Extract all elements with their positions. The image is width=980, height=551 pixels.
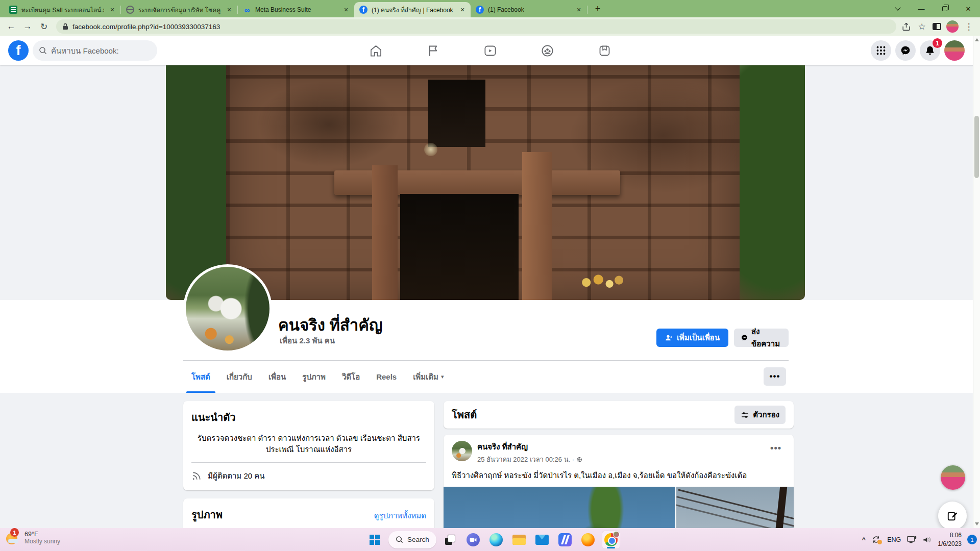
filter-sliders-icon — [741, 411, 749, 419]
person-add-icon — [665, 334, 673, 342]
tab-videos[interactable]: วิดีโอ — [334, 361, 368, 393]
nav-home[interactable] — [347, 36, 404, 65]
home-icon — [369, 44, 383, 58]
profile-more-button[interactable]: ••• — [764, 367, 786, 386]
nav-pages[interactable] — [404, 36, 461, 65]
network-display-icon[interactable] — [906, 536, 917, 544]
meta-business-icon — [558, 533, 572, 546]
nav-watch[interactable] — [461, 36, 519, 65]
scroll-up-arrow-icon[interactable] — [975, 38, 979, 41]
profile-picture[interactable] — [183, 264, 272, 353]
photos-card: รูปภาพ ดูรูปภาพทั้งหมด — [183, 498, 434, 529]
post-image-sky-tree[interactable] — [444, 487, 675, 528]
tab-more[interactable]: เพิ่มเติม▾ — [405, 361, 452, 393]
lock-icon — [62, 23, 68, 30]
floating-profile-avatar[interactable] — [941, 465, 965, 490]
tab-photos[interactable]: รูปภาพ — [294, 361, 334, 393]
minimize-button[interactable]: — — [910, 0, 933, 17]
tab-close-icon[interactable]: ✕ — [575, 6, 583, 14]
tab-close-icon[interactable]: ✕ — [458, 6, 467, 14]
tab-close-icon[interactable]: ✕ — [225, 6, 233, 14]
posts-filter-button[interactable]: ตัวกรอง — [734, 406, 786, 424]
firefox-button[interactable] — [579, 531, 597, 549]
search-input[interactable] — [51, 46, 143, 55]
tab-friends[interactable]: เพื่อน — [260, 361, 294, 393]
account-avatar[interactable] — [944, 40, 965, 61]
facebook-icon: f — [476, 6, 484, 14]
share-icon[interactable] — [901, 22, 911, 32]
tray-chevron-up-icon[interactable]: ^ — [862, 536, 866, 543]
mail-button[interactable] — [533, 531, 551, 549]
facebook-header: f — [0, 36, 980, 65]
post-menu-button[interactable]: ••• — [766, 441, 786, 456]
facebook-search[interactable] — [33, 40, 157, 61]
bell-icon — [925, 45, 935, 56]
add-friend-button[interactable]: เพิ่มเป็นเพื่อน — [656, 329, 728, 347]
notification-center-badge[interactable]: 1 — [967, 535, 977, 544]
flag-icon — [426, 44, 440, 58]
compose-edit-button[interactable] — [938, 502, 967, 528]
browser-menu-kebab-icon[interactable]: ⋮ — [964, 19, 974, 34]
chrome-button-active[interactable] — [602, 531, 620, 549]
profile-friends-count[interactable]: เพื่อน 2.3 พัน คน — [280, 335, 335, 347]
reload-button[interactable]: ↻ — [37, 19, 51, 34]
forward-button[interactable]: → — [20, 19, 35, 34]
profile-tabs: โพสต์ เกี่ยวกับ เพื่อน รูปภาพ วิดีโอ Ree… — [183, 360, 789, 393]
notifications-button[interactable]: 1 — [920, 40, 940, 61]
facebook-logo[interactable]: f — [8, 40, 29, 61]
back-button[interactable]: ← — [4, 19, 18, 34]
caret-down-icon: ▾ — [441, 373, 444, 380]
tab-about[interactable]: เกี่ยวกับ — [218, 361, 260, 393]
tab-close-icon[interactable]: ✕ — [108, 6, 116, 14]
weather-temperature: 69°F — [24, 531, 60, 538]
edge-button[interactable] — [487, 531, 505, 549]
apps-menu-button[interactable] — [871, 40, 891, 61]
close-window-button[interactable]: ✕ — [957, 0, 980, 17]
post-author-avatar[interactable] — [452, 441, 472, 461]
address-bar[interactable]: facebook.com/profile.php?id=100039330037… — [56, 19, 896, 34]
tab-search-button[interactable] — [886, 0, 910, 17]
browser-tab-facebook-profile-active[interactable]: f (1) คนจริง ที่สำคัญ | Facebook ✕ — [354, 2, 471, 17]
nav-gaming[interactable] — [576, 36, 633, 65]
tab-label: Reels — [376, 372, 397, 381]
see-all-photos-link[interactable]: ดูรูปภาพทั้งหมด — [374, 510, 426, 522]
chat-button[interactable] — [464, 531, 482, 549]
browser-profile-avatar[interactable] — [946, 20, 959, 33]
new-tab-button[interactable]: + — [591, 2, 605, 16]
cover-photo[interactable] — [166, 65, 805, 300]
language-indicator[interactable]: ENG — [887, 536, 901, 543]
restore-button[interactable] — [933, 0, 957, 17]
start-button[interactable] — [365, 531, 384, 549]
side-panel-icon[interactable] — [933, 23, 941, 30]
firefox-icon — [581, 533, 595, 546]
browser-tab-meta-suite[interactable]: ∞ Meta Business Suite ✕ — [238, 2, 354, 17]
post-author-name[interactable]: คนจริง ที่สำคัญ — [477, 441, 582, 453]
browser-tab-facebook[interactable]: f (1) Facebook ✕ — [471, 2, 587, 17]
messenger-button[interactable] — [895, 40, 916, 61]
message-button[interactable]: ส่งข้อความ — [734, 329, 789, 347]
nav-groups[interactable] — [519, 36, 576, 65]
onedrive-sync-icon[interactable] — [871, 535, 881, 544]
tab-posts[interactable]: โพสต์ — [183, 361, 218, 393]
cover-pillar-right — [522, 152, 552, 300]
post-timestamp[interactable]: 25 ธันวาคม 2022 เวลา 00:26 น. · — [477, 454, 582, 465]
taskbar-search[interactable]: Search — [388, 531, 436, 548]
tab-close-icon[interactable]: ✕ — [342, 6, 350, 14]
file-explorer-button[interactable] — [510, 531, 528, 549]
bookmark-star-icon[interactable]: ☆ — [916, 19, 927, 34]
scrollbar-thumb[interactable] — [974, 116, 979, 178]
task-view-button[interactable] — [441, 531, 459, 549]
globe-icon — [126, 6, 134, 14]
page-scrollbar[interactable] — [973, 36, 980, 528]
browser-tab-erp[interactable]: ระบบจัดการข้อมูล บริษัท โชคคูณโชค ✕ — [121, 2, 237, 17]
meta-business-button[interactable] — [556, 531, 574, 549]
clock-widget[interactable]: 8:06 1/6/2023 — [938, 531, 962, 547]
tab-reels[interactable]: Reels — [368, 361, 405, 393]
speaker-icon[interactable] — [922, 536, 932, 544]
post-image-sun-pole[interactable] — [676, 487, 794, 528]
browser-tab-sheets[interactable]: ทะเบียนคุม Sall ระบบออนไลน์.xlsx - G ✕ — [4, 2, 120, 17]
weather-widget[interactable]: 1 69°F Mostly sunny — [5, 530, 60, 545]
right-column: โพสต์ ตัวกรอง คนจริง ที่สำคัญ 25 ธันวาคม… — [444, 401, 794, 528]
photos-title: รูปภาพ — [191, 507, 223, 523]
scroll-down-arrow-icon[interactable] — [975, 522, 979, 525]
